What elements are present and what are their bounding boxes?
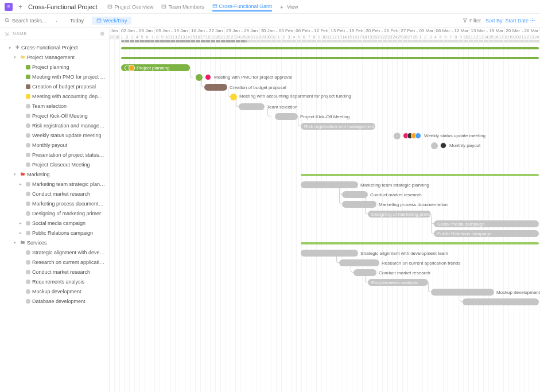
day-header: 3 [286,34,292,40]
task-bar[interactable]: Marketing team strategic planning [301,181,358,188]
status-icon [26,211,30,216]
task-bar[interactable]: Database development [463,298,539,305]
task-bar[interactable]: Team selection [239,103,265,110]
day-header: 22 [525,34,530,40]
summary-bar[interactable] [301,242,539,244]
tree-item[interactable]: ▸✚Cross-Functional Project [0,42,109,52]
tree-item[interactable]: Meeting with accounting depart... [0,91,109,101]
tab-team-members[interactable]: Team Members [161,2,204,11]
task-bar[interactable]: Conduct market research [342,191,368,198]
tree-item[interactable]: Team selection [0,101,109,111]
task-bar[interactable]: Social media campaign [434,220,539,227]
summary-bar[interactable] [121,47,539,49]
milestone[interactable]: Meeting with accounting department for p… [230,94,237,100]
tree-item[interactable]: Weekly status update meeting [0,130,109,140]
status-icon [26,153,30,157]
search-input[interactable]: ⌄ [5,18,62,24]
day-header: 24 [534,34,539,40]
day-header: 22 [226,34,231,40]
day-header: 15 [191,34,196,40]
task-bar[interactable]: Conduct market research [353,269,376,276]
day-header: 27 [408,34,413,40]
expand-all-icon[interactable]: ⇲ [5,31,9,37]
sidebar: ⇲ NAME ⊕ ▸✚Cross-Functional Project▾Proj… [0,28,110,392]
chevron-down-icon[interactable]: ⌄ [55,18,59,23]
plus-icon[interactable]: + [18,3,22,11]
day-header: 13 [479,34,484,40]
header: ≡ + Cross-Functional Project Project Ove… [0,0,540,14]
task-bar[interactable]: Designing of marketing primer [368,211,431,218]
day-header: 21 [519,34,525,40]
gantt-body[interactable]: Project planningMeeting with PMO for pro… [110,40,540,392]
day-header: 12 [474,34,479,40]
task-bar[interactable]: Research on current application trends [339,259,379,266]
tree-item[interactable]: Designing of marketing primer [0,208,109,218]
day-header: 6 [444,34,449,40]
tab-cross-functional-gantt[interactable]: Cross-Functional Gantt [212,2,273,11]
tree-item[interactable]: Strategic alignment with develop... [0,247,109,257]
tab-view[interactable]: +View [280,2,298,11]
task-bar[interactable]: Project planning [121,64,190,71]
tree-item[interactable]: ▸Marketing team strategic planning [0,179,109,189]
tree-item[interactable]: ▾Marketing [0,169,109,179]
task-bar[interactable]: Marketing process documentation [342,201,376,208]
task-bar[interactable]: Requirements analysis [368,279,428,286]
tree-label: Cross-Functional Project [21,45,78,51]
tree-item[interactable]: Meeting with PMO for project a... [0,72,109,81]
tree-label: Conduct market research [32,269,90,275]
task-bar[interactable]: Creation of budget proposal [204,84,227,91]
day-header: 2 [423,34,428,40]
sidebar-header: ⇲ NAME ⊕ [0,28,109,40]
day-header: 18 [205,34,211,40]
tree-item[interactable]: Database development [0,296,109,306]
tree-item[interactable]: Mockup development [0,286,109,296]
day-header: 12 [332,34,337,40]
milestone[interactable]: Meeting with PMO for project approval [196,74,203,81]
task-bar[interactable]: Project Kick-Off Meeting [275,113,298,120]
search-field[interactable] [12,18,52,24]
tree-item[interactable]: Requirements analysis [0,277,109,286]
filter-button[interactable]: Filter [463,18,481,24]
milestone[interactable]: Monthly payout [431,142,438,149]
milestone[interactable]: Weekly status update meeting [394,133,401,139]
tree-item[interactable]: ▾Project Management [0,52,109,62]
tree-item[interactable]: Research on current application ... [0,257,109,267]
tree-label: Research on current application ... [32,259,106,265]
view-toggle[interactable]: Week/Day [92,17,131,25]
tree-item[interactable]: ▸Public Relations campaign [0,228,109,238]
tree-item[interactable]: Creation of budget proposal [0,81,109,91]
month-header: 09 Jan - 15 Jan [155,28,190,34]
tree-label: Marketing [27,172,50,177]
tree-item[interactable]: Risk registration and management [0,121,109,130]
tree-item[interactable]: Project planning [0,62,109,72]
tree-item[interactable]: ▾Services [0,238,109,247]
tree-item[interactable]: Marketing process documentation [0,199,109,208]
gantt-chart[interactable]: Jan02 Jan - 08 Jan09 Jan - 15 Jan16 Jan … [110,28,540,392]
tree-item[interactable]: Monthly payout [0,140,109,150]
tree-item[interactable]: Project Kick-Off Meeting [0,111,109,121]
task-bar[interactable]: Public Relations campaign [434,230,539,237]
tab-project-overview[interactable]: Project Overview [107,2,153,11]
filter-icon [463,18,468,23]
status-icon [26,250,30,255]
tree-item[interactable]: Presentation of project status re... [0,150,109,160]
tree-label: Team selection [32,103,67,109]
svg-line-7 [8,21,9,22]
folder-icon [20,172,25,177]
today-button[interactable]: Today [67,17,87,25]
tree-item[interactable]: Conduct market research [0,267,109,277]
tree-item[interactable]: Project Closeout Meeting [0,160,109,169]
summary-bar[interactable] [301,174,539,176]
summary-bar[interactable] [121,57,539,59]
day-header: 3 [428,34,433,40]
sort-button[interactable]: Sort By: Start Date [485,18,535,24]
tree-item[interactable]: Conduct market research [0,189,109,199]
task-bar[interactable]: Strategic alignment with development tea… [301,250,358,257]
add-column-icon[interactable]: ⊕ [100,30,104,37]
task-bar[interactable]: Mockup development [431,289,494,296]
day-header: 5 [140,34,145,40]
day-header: 15 [347,34,352,40]
task-bar[interactable]: Risk registration and management [301,123,375,130]
status-icon [26,299,30,304]
tree-item[interactable]: ▸Social media campaign [0,218,109,228]
